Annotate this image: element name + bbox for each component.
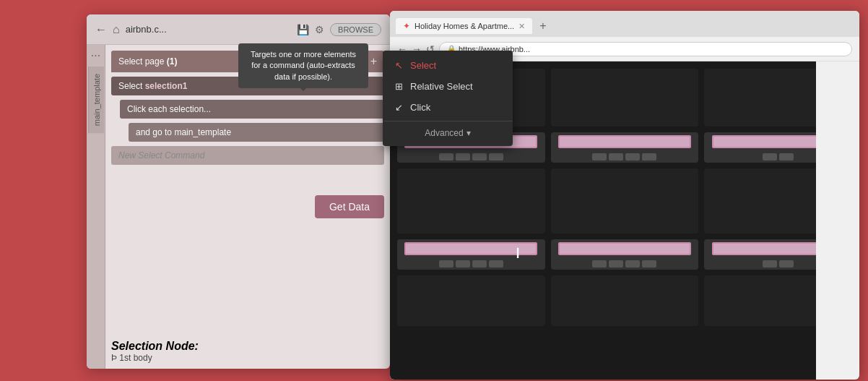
card-title-5 [558,135,691,148]
card-stats-10 [397,258,545,270]
relative-select-icon: ⊞ [393,81,404,92]
stat-4 [489,153,503,160]
card-8[interactable] [551,168,699,234]
card-14[interactable] [551,275,699,326]
card-10[interactable]: ▎ [397,239,545,270]
stat-16 [609,260,623,267]
stat-10 [779,153,794,160]
click-command[interactable]: Click each selection... [120,100,384,119]
stat-3 [472,153,487,160]
save-icon[interactable]: 💾 [297,24,309,35]
new-tab-button[interactable]: + [535,20,550,33]
back-icon[interactable]: ← [95,23,107,36]
tab-title: Holiday Homes & Apartme... [415,22,514,30]
stat-14 [489,260,503,267]
app-title: airbnb.c... [126,24,291,35]
card-stats-5 [551,151,699,163]
card-image-7 [397,168,545,234]
main-area: ··· main_template Select page (1) + Sele… [87,45,390,369]
stat-15 [592,260,607,267]
stat-12 [456,260,470,267]
page-number: (1) [167,56,178,67]
sidebar-dots[interactable]: ··· [88,45,103,67]
select-label: Select [118,81,145,91]
stat-11 [439,260,453,267]
menu-item-relative-select[interactable]: ⊞ Relative Select [383,76,513,97]
card-title-11 [558,242,691,255]
stat-5 [592,153,607,160]
stat-18 [642,260,656,267]
commands-area: Select page (1) + Select selection1 Clic… [105,45,390,369]
select-value: selection1 [145,81,188,91]
gear-icon[interactable]: ⚙ [315,24,324,35]
menu-advanced[interactable]: Advanced ▾ [383,124,513,142]
sidebar-column: ··· main_template [87,45,105,369]
card-image-13 [397,275,545,326]
card-11[interactable] [551,239,699,270]
card-image-8 [551,168,699,234]
menu-select-label: Select [410,60,436,71]
browser-tabs: ✦ Holiday Homes & Apartme... ✕ + [390,11,859,37]
stat-2 [456,153,470,160]
stat-6 [609,153,623,160]
cursor-indicator: ▎ [517,248,524,258]
chevron-down-icon: ▾ [466,128,471,138]
add-command-button[interactable]: + [370,55,377,68]
menu-relative-select-label: Relative Select [410,81,473,92]
card-stats-11 [551,258,699,270]
tooltip-text: Targets one or more elements for a comma… [251,50,356,81]
stat-19 [763,260,777,267]
menu-item-click[interactable]: ↙ Click [383,97,513,118]
card-image-14 [551,275,699,326]
goto-label: and go to main_template [136,127,231,137]
stat-8 [642,153,656,160]
card-5[interactable] [551,132,699,163]
stat-13 [472,260,487,267]
select-page-label: Select page [118,56,164,67]
click-icon: ↙ [393,102,404,113]
home-icon[interactable]: ⌂ [113,23,120,36]
stat-7 [625,153,640,160]
menu-divider [383,121,513,121]
select-icon: ↖ [393,60,404,71]
white-side-panel [816,61,859,380]
goto-command[interactable]: and go to main_template [129,123,384,142]
card-13[interactable] [397,275,545,326]
selection-node-value: Þ 1st body [111,353,384,363]
browse-button[interactable]: BROWSE [330,23,381,36]
browser-tab-active[interactable]: ✦ Holiday Homes & Apartme... ✕ [396,18,532,34]
get-data-button[interactable]: Get Data [315,195,384,218]
card-image-2 [551,69,699,127]
tooltip: Targets one or more elements for a comma… [238,43,368,88]
card-7[interactable] [397,168,545,234]
context-menu: ↖ Select ⊞ Relative Select ↙ Click Advan… [383,51,513,146]
stat-17 [625,260,640,267]
selection-node-title: Selection Node: [111,340,384,353]
card-2[interactable] [551,69,699,127]
toolbar: ← ⌂ airbnb.c... 💾 ⚙ BROWSE [87,14,390,45]
click-label: Click each selection... [127,104,211,114]
stat-20 [779,260,794,267]
new-command-label: New Select Command [118,150,204,160]
menu-item-select[interactable]: ↖ Select [383,55,513,76]
tab-favicon: ✦ [403,21,410,31]
menu-click-label: Click [410,102,430,113]
advanced-label: Advanced [425,128,463,138]
new-command[interactable]: New Select Command [111,146,384,165]
stat-9 [763,153,777,160]
card-stats-4 [397,151,545,163]
sidebar-label[interactable]: main_template [88,67,104,133]
stat-1 [439,153,453,160]
tab-close-icon[interactable]: ✕ [518,22,525,31]
